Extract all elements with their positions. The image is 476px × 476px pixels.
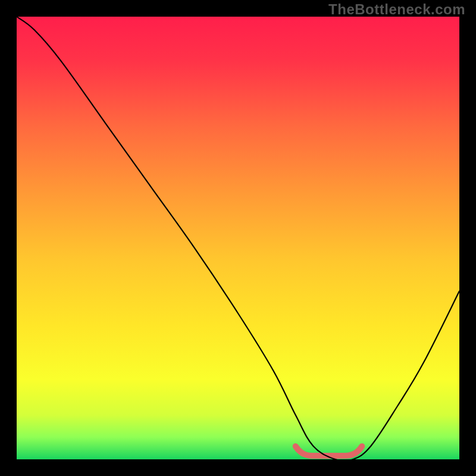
plot-area (17, 17, 459, 459)
chart-frame: TheBottleneck.com (0, 0, 476, 476)
gradient-rect (17, 17, 459, 459)
plot-svg (17, 17, 459, 459)
watermark-text: TheBottleneck.com (328, 1, 465, 18)
